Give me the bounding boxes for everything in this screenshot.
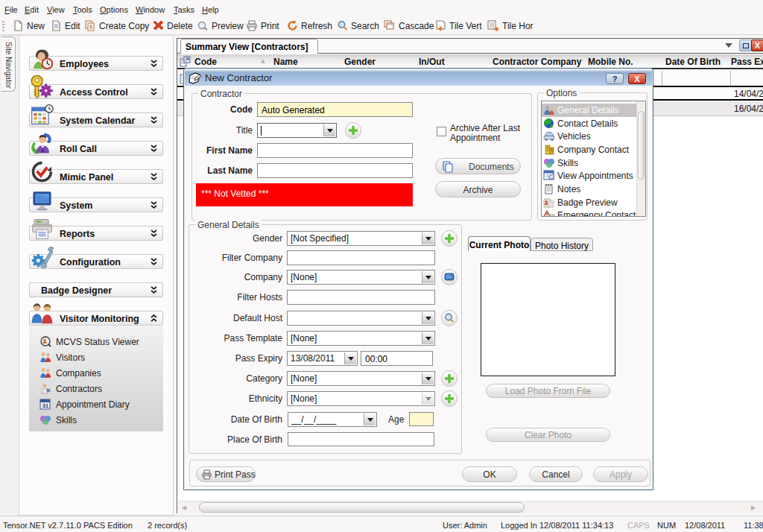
svg-text:31: 31 <box>42 403 48 408</box>
